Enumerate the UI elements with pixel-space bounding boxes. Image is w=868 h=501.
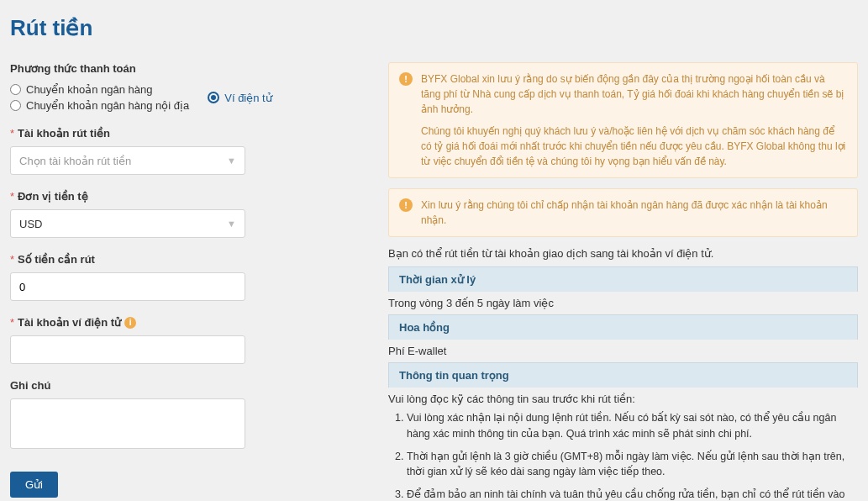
- info-icon[interactable]: i: [124, 317, 136, 329]
- withdraw-account-placeholder: Chọn tài khoản rút tiền: [19, 155, 131, 167]
- radio-domestic-bank-label: Chuyển khoản ngân hàng nội địa: [26, 99, 189, 112]
- warning-icon: !: [399, 198, 413, 212]
- chevron-down-icon: ▼: [227, 219, 236, 229]
- currency-value: USD: [19, 218, 42, 230]
- note-textarea[interactable]: [10, 398, 245, 449]
- currency-select[interactable]: USD ▼: [10, 209, 245, 238]
- radio-dot-icon: [208, 92, 219, 103]
- radio-ewallet[interactable]: Ví điện tử: [208, 92, 271, 104]
- alert-text-2: Chúng tôi khuyến nghị quý khách lưu ý và…: [421, 124, 847, 169]
- page-title: Rút tiền: [10, 15, 858, 41]
- chevron-down-icon: ▼: [227, 156, 236, 166]
- radio-domestic-bank[interactable]: Chuyển khoản ngân hàng nội địa: [10, 99, 189, 112]
- withdraw-account-label: Tài khoản rút tiền: [18, 127, 110, 140]
- alert-text-3: Xin lưu ý rằng chúng tôi chỉ chấp nhận t…: [421, 198, 847, 228]
- amount-input[interactable]: [19, 281, 236, 293]
- radio-domestic-bank-input[interactable]: [10, 100, 21, 111]
- important-intro: Vui lòng đọc kỹ các thông tin sau trước …: [388, 393, 858, 405]
- warning-icon: !: [399, 72, 413, 86]
- radio-bank-transfer-input[interactable]: [10, 84, 21, 95]
- radio-bank-transfer-label: Chuyển khoản ngân hàng: [26, 83, 152, 96]
- required-icon: *: [10, 127, 14, 140]
- list-item: Thời hạn gửi lệnh là 3 giờ chiều (GMT+8)…: [407, 449, 858, 481]
- currency-label: Đơn vị tiền tệ: [18, 190, 88, 203]
- alert-account-verify: ! Xin lưu ý rằng chúng tôi chỉ chấp nhận…: [388, 188, 858, 237]
- important-info-header: Thông tin quan trọng: [388, 362, 858, 388]
- payment-method-label: Phương thức thanh toán: [10, 62, 371, 75]
- ewallet-account-input[interactable]: [19, 344, 236, 356]
- commission-header: Hoa hồng: [388, 314, 858, 340]
- important-list: Vui lòng xác nhận lại nội dung lệnh rút …: [388, 410, 858, 501]
- alert-text-1: BYFX Global xin lưu ý rằng do sự biến độ…: [421, 71, 847, 117]
- required-icon: *: [10, 190, 14, 203]
- processing-time-header: Thời gian xử lý: [388, 266, 858, 292]
- info-intro: Bạn có thể rút tiền từ tài khoản giao dị…: [388, 247, 858, 260]
- radio-ewallet-label: Ví điện tử: [224, 92, 271, 104]
- note-label: Ghi chú: [10, 379, 50, 392]
- ewallet-account-label: Tài khoản ví điện tử: [18, 316, 121, 329]
- withdraw-account-select[interactable]: Chọn tài khoản rút tiền ▼: [10, 146, 245, 175]
- required-icon: *: [10, 253, 14, 266]
- required-icon: *: [10, 316, 14, 329]
- radio-bank-transfer[interactable]: Chuyển khoản ngân hàng: [10, 83, 189, 96]
- alert-rate-warning: ! BYFX Global xin lưu ý rằng do sự biến …: [388, 62, 858, 178]
- commission-body: Phí E-wallet: [388, 340, 858, 362]
- processing-time-body: Trong vòng 3 đến 5 ngày làm việc: [388, 292, 858, 314]
- list-item: Để đảm bảo an ninh tài chính và tuân thủ…: [407, 487, 858, 501]
- list-item: Vui lòng xác nhận lại nội dung lệnh rút …: [407, 410, 858, 442]
- submit-button[interactable]: Gửi: [10, 472, 58, 498]
- amount-label: Số tiền cần rút: [18, 253, 95, 266]
